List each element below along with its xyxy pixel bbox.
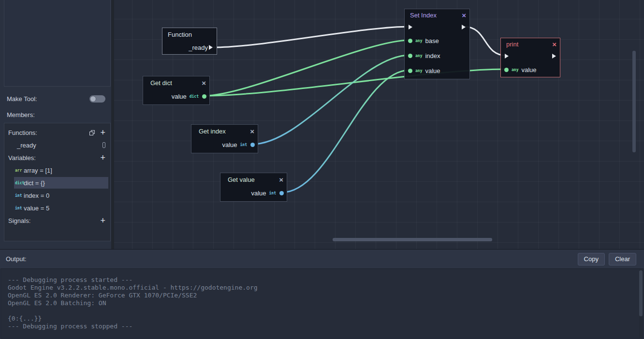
node-print[interactable]: print × any value (500, 38, 560, 77)
type-icon-int: int (15, 206, 24, 210)
override-function-icon[interactable] (89, 130, 95, 136)
signals-section-header[interactable]: Signals: + (4, 214, 110, 227)
output-port-value[interactable] (250, 143, 255, 147)
members-label: Members: (7, 111, 35, 118)
close-icon[interactable]: × (202, 79, 206, 87)
console-line: OpenGL ES 2.0 Batching: ON (8, 299, 636, 307)
make-tool-label: Make Tool: (7, 95, 37, 103)
node-title: Get dict (150, 79, 172, 87)
function-item-ready[interactable]: _ready (4, 139, 110, 151)
variables-label: Variables: (8, 154, 36, 162)
variable-item-index[interactable]: int index = 0 (4, 189, 110, 202)
port-label-value: value (425, 67, 440, 74)
add-function-button[interactable]: + (100, 128, 105, 137)
type-icon-any: any (512, 68, 518, 72)
sequence-in-port[interactable] (409, 25, 412, 29)
node-set-index[interactable]: Set Index × any base any index any value (404, 9, 470, 79)
selected-row-highlight: dict dict = {} (14, 177, 108, 189)
input-port-base[interactable] (408, 39, 412, 43)
input-port-value[interactable] (408, 69, 412, 73)
clear-button[interactable]: Clear (609, 253, 636, 265)
type-icon-any: any (415, 54, 422, 58)
input-port-index[interactable] (408, 54, 412, 58)
wire-getdict-to-setindex-base (205, 40, 410, 96)
variable-item-value[interactable]: int value = 5 (4, 202, 110, 214)
node-title: Get index (199, 128, 226, 135)
node-function[interactable]: Function _ready (162, 28, 217, 55)
node-title: Get value (228, 176, 255, 183)
graph-horizontal-scrollbar[interactable] (333, 238, 492, 241)
close-icon[interactable]: × (552, 41, 556, 48)
output-panel: Output: Copy Clear --- Debugging process… (0, 249, 644, 339)
wire-getindex-to-setindex-index (253, 55, 410, 144)
type-icon-any: any (415, 69, 422, 73)
console-line: --- Debugging process started --- (8, 276, 636, 284)
edit-function-icon[interactable] (102, 142, 105, 148)
output-port-value[interactable] (279, 191, 284, 195)
toggle-knob-icon (90, 96, 96, 102)
console-line (8, 307, 636, 315)
port-label-value: value (251, 190, 266, 197)
type-icon-dict: dict (190, 94, 199, 99)
variable-item-array[interactable]: arr array = [1] (4, 164, 110, 177)
close-icon[interactable]: × (279, 176, 283, 183)
variable-text: array = [1] (24, 167, 52, 174)
sequence-out-port[interactable] (209, 45, 213, 50)
port-label-value: value (222, 141, 237, 148)
sequence-out-port[interactable] (552, 54, 556, 59)
console-line: --- Debugging process stopped --- (8, 323, 636, 330)
port-label-index: index (425, 52, 440, 59)
wire-getvalue-to-setindex-value (282, 70, 410, 192)
output-label: Output: (6, 255, 27, 263)
type-icon-dict: dict (15, 181, 24, 185)
input-port-value[interactable] (504, 68, 509, 72)
port-label-base: base (425, 37, 439, 44)
type-icon-int: int (240, 143, 247, 147)
port-label-value: value (172, 93, 187, 100)
node-title: print (506, 41, 518, 48)
console-line: Godot Engine v3.2.2.stable.mono.official… (8, 284, 636, 292)
make-tool-toggle[interactable] (89, 95, 105, 103)
add-variable-button[interactable]: + (100, 153, 105, 162)
type-icon-any: any (415, 39, 422, 43)
output-port-value[interactable] (202, 94, 206, 99)
console-scrollbar[interactable] (639, 270, 643, 316)
port-label-ready: _ready (189, 44, 208, 51)
functions-section-header[interactable]: Functions: + (4, 126, 110, 139)
port-label-value: value (521, 66, 536, 74)
node-title: Function (168, 31, 192, 38)
sequence-out-port[interactable] (462, 25, 466, 29)
sequence-in-port[interactable] (505, 54, 509, 59)
variables-section-header[interactable]: Variables: + (4, 151, 110, 164)
copy-button[interactable]: Copy (578, 253, 605, 265)
output-console[interactable]: --- Debugging process started --- Godot … (0, 268, 644, 339)
add-signal-button[interactable]: + (100, 216, 105, 225)
signals-label: Signals: (8, 217, 30, 224)
node-title: Set Index (410, 12, 437, 19)
left-sidebar: Make Tool: Members: Functions: + _ready … (0, 0, 111, 249)
console-line: OpenGL ES 2.0 Renderer: GeForce GTX 1070… (8, 292, 636, 299)
console-line: {0:{...}} (8, 315, 636, 323)
close-icon[interactable]: × (462, 12, 466, 19)
graph-vertical-scrollbar[interactable] (632, 51, 636, 152)
graph-canvas[interactable]: Function _ready Set Index × any base any… (114, 0, 644, 249)
type-icon-int: int (15, 193, 24, 198)
node-get-value[interactable]: Get value × value int (220, 173, 287, 202)
variable-item-dict[interactable]: dict dict = {} (4, 177, 110, 189)
wire-seq-function-to-setindex (214, 27, 410, 47)
functions-label: Functions: (8, 129, 37, 136)
type-icon-int: int (269, 191, 276, 195)
close-icon[interactable]: × (250, 128, 254, 135)
node-get-index[interactable]: Get index × value int (191, 124, 258, 153)
variable-text: value = 5 (24, 205, 49, 212)
variable-text: dict = {} (24, 179, 45, 187)
members-panel: Functions: + _ready Variables: + arr arr… (4, 123, 111, 241)
node-get-dict[interactable]: Get dict × value dict (143, 76, 210, 105)
variable-text: index = 0 (24, 192, 49, 199)
script-preview-panel (4, 0, 111, 87)
type-icon-array: arr (15, 168, 24, 173)
function-name: _ready (14, 142, 36, 149)
